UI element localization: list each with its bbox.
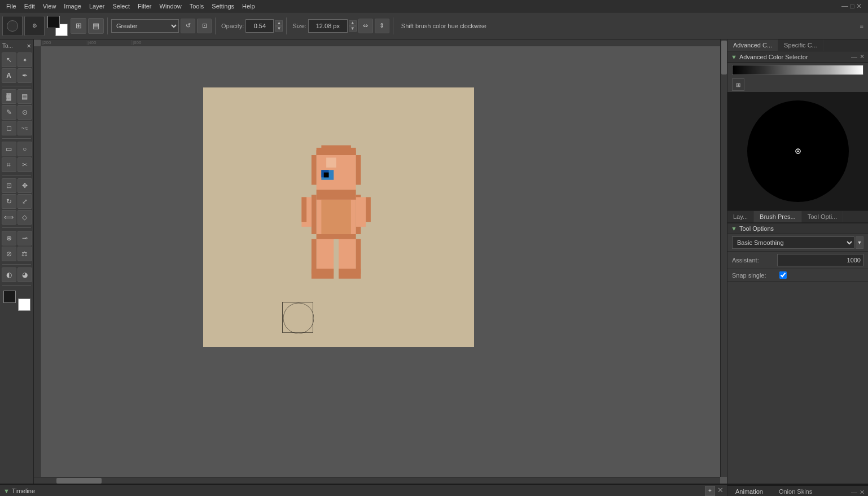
svg-rect-21 xyxy=(312,239,317,274)
svg-rect-6 xyxy=(317,148,356,155)
canvas-scrollbar-h[interactable] xyxy=(34,477,720,484)
size-control: ▲ ▼ xyxy=(308,19,357,33)
document-canvas[interactable] xyxy=(203,87,474,347)
measure-tool[interactable]: ⊸ xyxy=(17,231,32,245)
bg-color[interactable] xyxy=(18,299,30,311)
brush-indicator[interactable] xyxy=(2,16,23,36)
canvas-area[interactable]: |200 |400 |600 xyxy=(34,39,727,484)
hint-text: Shift brush color hue clockwise xyxy=(397,23,491,29)
fg-color[interactable] xyxy=(3,291,16,303)
anim-tabs: Animation Onion Skins — ✕ xyxy=(727,486,868,496)
color-wheel-svg[interactable] xyxy=(744,98,852,205)
tool-options-title: Tool Options xyxy=(739,225,774,232)
lock-btn[interactable]: ⊡ xyxy=(197,19,212,33)
rect-select-tool[interactable]: ▭ xyxy=(2,142,16,156)
fg-color-swatch[interactable] xyxy=(47,16,60,28)
tab-specific-color[interactable]: Specific C... xyxy=(778,39,823,51)
timeline-collapse[interactable]: ▼ xyxy=(3,488,10,494)
anim-panel-close[interactable]: ✕ xyxy=(860,489,865,496)
size-down[interactable]: ▼ xyxy=(349,26,357,32)
svg-rect-18 xyxy=(321,200,351,234)
tab-layers[interactable]: Lay... xyxy=(727,211,754,222)
menu-file[interactable]: File xyxy=(2,2,20,11)
reset-brush-btn[interactable]: ↺ xyxy=(181,19,195,33)
text-tool[interactable]: A xyxy=(2,68,16,83)
tool-options-btn[interactable]: ⊞ xyxy=(71,18,86,34)
airbrush-tool[interactable]: ⊙ xyxy=(17,105,32,120)
burn-tool[interactable]: ◕ xyxy=(17,267,32,282)
flip-tool[interactable]: ⟺ xyxy=(2,210,16,225)
menu-image[interactable]: Image xyxy=(60,2,85,11)
opacity-input[interactable] xyxy=(246,19,274,33)
flip-horizontal-btn[interactable]: ⇔ xyxy=(358,19,373,33)
h-scroll-thumb[interactable] xyxy=(56,478,102,484)
anim-panel-minimize[interactable]: — xyxy=(851,489,857,495)
menu-window[interactable]: Window xyxy=(156,2,186,11)
blend-mode-select[interactable]: Greater Normal Multiply Screen xyxy=(111,19,179,33)
svg-rect-2 xyxy=(356,155,361,185)
collapse-icon[interactable]: ▼ xyxy=(731,54,737,60)
tool-settings-btn[interactable]: ▤ xyxy=(88,18,104,34)
opacity-up[interactable]: ▲ xyxy=(275,20,283,26)
opacity-down[interactable]: ▼ xyxy=(275,26,283,32)
scissors-tool[interactable]: ✂ xyxy=(17,157,32,172)
menu-tools[interactable]: Tools xyxy=(186,2,208,11)
flip-vertical-btn[interactable]: ⇕ xyxy=(375,19,389,33)
crop-tool[interactable]: ⊡ xyxy=(2,178,16,193)
size-input[interactable] xyxy=(308,19,348,33)
eraser-tool[interactable]: ◻ xyxy=(2,121,16,135)
timeline-add-btn[interactable]: + xyxy=(705,486,715,496)
color-selector-header: ▼ Advanced Color Selector — ✕ xyxy=(727,51,868,63)
timeline-close[interactable]: ✕ xyxy=(717,486,724,496)
pencil-tool[interactable]: ✎ xyxy=(2,105,16,120)
gradient-strip[interactable] xyxy=(732,65,863,75)
anim-tab-animation[interactable]: Animation xyxy=(727,486,771,496)
toolbox-close[interactable]: ✕ xyxy=(27,43,31,49)
svg-point-27 xyxy=(283,303,314,333)
smudge-tool[interactable]: ~≈ xyxy=(17,121,32,135)
snap-checkbox[interactable] xyxy=(779,271,787,279)
size-label: Size: xyxy=(292,23,306,29)
anim-tab-onion[interactable]: Onion Skins xyxy=(771,486,820,496)
color-mode-icon[interactable]: ⊞ xyxy=(732,78,744,91)
size-up[interactable]: ▲ xyxy=(349,20,357,26)
panel-minimize[interactable]: — xyxy=(851,53,857,60)
paint-bucket-tool[interactable]: ▓ xyxy=(2,89,16,104)
opacity-label: Opacity: xyxy=(221,23,244,29)
free-select-tool[interactable]: ⌗ xyxy=(2,157,16,172)
scale-tool[interactable]: ⤢ xyxy=(17,194,32,209)
dodge-tool[interactable]: ◐ xyxy=(2,267,16,282)
brush-options-btn[interactable]: ⚙ xyxy=(24,16,45,36)
move-tool[interactable]: ✥ xyxy=(17,178,32,193)
menu-settings[interactable]: Settings xyxy=(208,2,238,11)
tool-options-header: ▼ Tool Options xyxy=(727,223,868,234)
smoothing-select[interactable]: Basic Smoothing No Smoothing Smooth xyxy=(732,236,854,249)
menu-filter[interactable]: Filter xyxy=(134,2,155,11)
color-balance-tool[interactable]: ⚖ xyxy=(17,247,32,261)
gradient-tool[interactable]: ▤ xyxy=(17,89,32,104)
rotate-tool[interactable]: ↻ xyxy=(2,194,16,209)
pointer-tool[interactable]: ↖ xyxy=(2,52,16,67)
assistant-input[interactable] xyxy=(777,254,863,266)
fuzzy-tool[interactable]: ✦ xyxy=(17,52,32,67)
tab-advanced-color[interactable]: Advanced C... xyxy=(727,39,778,51)
perspective-tool[interactable]: ◇ xyxy=(17,210,32,225)
ruler-h-marks: |200 |400 |600 xyxy=(41,40,176,45)
canvas-scrollbar-v[interactable] xyxy=(720,39,727,477)
color-selector-title: Advanced Color Selector xyxy=(739,54,808,60)
tab-brush-presets[interactable]: Brush Pres... xyxy=(754,211,802,222)
smoothing-dropdown-btn[interactable]: ▼ xyxy=(856,236,863,249)
menu-help[interactable]: Help xyxy=(238,2,259,11)
path-tool[interactable]: ✒ xyxy=(17,68,32,83)
menu-edit[interactable]: Edit xyxy=(20,2,39,11)
menu-view[interactable]: View xyxy=(39,2,60,11)
zoom-tool[interactable]: ⊕ xyxy=(2,231,16,245)
color-picker-tool[interactable]: ⊘ xyxy=(2,247,16,261)
panel-close[interactable]: ✕ xyxy=(860,53,865,60)
menu-select[interactable]: Select xyxy=(108,2,134,11)
menu-layer[interactable]: Layer xyxy=(85,2,109,11)
tool-opts-collapse[interactable]: ▼ xyxy=(731,225,737,232)
ellipse-select-tool[interactable]: ○ xyxy=(17,142,32,156)
tab-tool-options[interactable]: Tool Opti... xyxy=(802,211,844,222)
v-scroll-thumb[interactable] xyxy=(721,41,727,74)
